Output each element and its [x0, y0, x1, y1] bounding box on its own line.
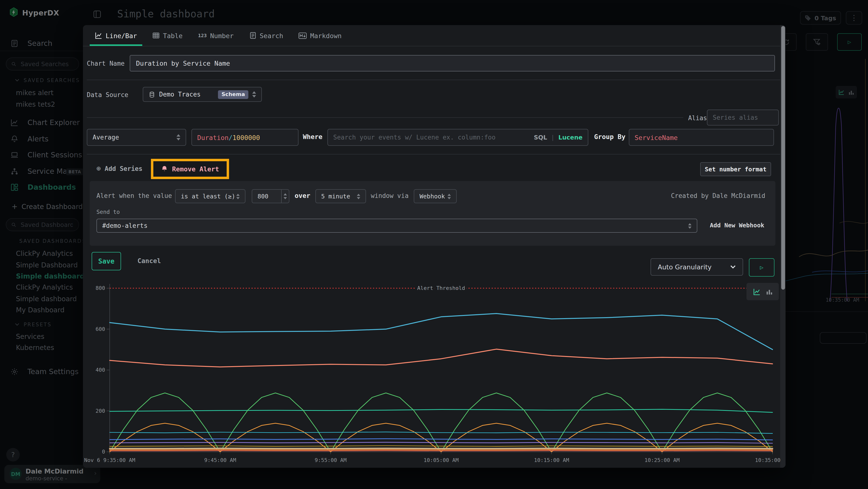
- modal-scrollbar-thumb[interactable]: [781, 26, 785, 290]
- operator-token: /: [228, 134, 232, 141]
- sql-toggle[interactable]: SQL: [534, 134, 547, 141]
- svg-text:200: 200: [95, 408, 105, 414]
- section-divider: [87, 154, 782, 154]
- save-button[interactable]: Save: [92, 252, 121, 270]
- webhook-value: #demo-alerts: [102, 222, 148, 229]
- tab-label: Table: [163, 32, 183, 39]
- alert-channel-select[interactable]: Webhook: [414, 189, 457, 203]
- data-source-label: Data Source: [87, 91, 128, 98]
- window-via-label: window via: [371, 192, 409, 199]
- tab-label: Number: [210, 32, 234, 39]
- set-number-format-button[interactable]: Set number format: [700, 162, 771, 176]
- data-source-select[interactable]: Demo Traces Schema: [143, 87, 262, 102]
- step-up-icon[interactable]: [283, 193, 287, 196]
- tab-number[interactable]: 123 Number: [193, 25, 239, 46]
- svg-text:9:45:00 AM: 9:45:00 AM: [204, 457, 236, 463]
- webhook-select[interactable]: #demo-alerts: [96, 219, 697, 233]
- add-new-webhook-button[interactable]: Add New Webhook: [710, 222, 764, 229]
- svg-text:Alert Threshold: Alert Threshold: [417, 285, 465, 291]
- svg-text:Nov 6 9:35:00 AM: Nov 6 9:35:00 AM: [84, 457, 135, 463]
- chart-name-value: Duration by Service Name: [136, 59, 230, 67]
- updown-chevron-icon: [177, 134, 180, 141]
- chevron-down-icon: [730, 265, 736, 269]
- run-chart-button[interactable]: ▷: [749, 258, 774, 277]
- tabs-divider: [83, 46, 785, 46]
- where-search-input[interactable]: Search your events w/ Lucene ex. column:…: [328, 129, 588, 146]
- chart-name-input[interactable]: Duration by Service Name: [130, 55, 775, 71]
- markdown-icon: [299, 32, 307, 39]
- line-chart-icon: [95, 32, 102, 39]
- schema-badge[interactable]: Schema: [218, 90, 248, 99]
- table-icon: [152, 32, 160, 39]
- alias-divider: [87, 117, 683, 118]
- add-series-button[interactable]: ⊕ Add Series: [96, 164, 143, 173]
- save-label: Save: [98, 257, 114, 265]
- tab-markdown[interactable]: Markdown: [293, 25, 347, 46]
- add-circle-icon: ⊕: [96, 164, 101, 173]
- data-source-value: Demo Traces: [159, 91, 200, 98]
- alert-threshold-stepper[interactable]: 800: [252, 189, 289, 203]
- number-123-icon: 123: [198, 33, 207, 38]
- granularity-value: Auto Granularity: [658, 263, 712, 271]
- send-to-label: Send to: [96, 208, 120, 215]
- field-token: Duration: [197, 134, 228, 141]
- document-icon: [249, 32, 256, 39]
- tab-label: Line/Bar: [105, 32, 137, 39]
- play-icon: ▷: [760, 264, 763, 271]
- updown-chevron-icon: [447, 193, 451, 199]
- svg-text:10:05:00 AM: 10:05:00 AM: [424, 457, 459, 463]
- alert-window-select[interactable]: 5 minute: [315, 189, 366, 203]
- tab-label: Markdown: [310, 32, 342, 39]
- remove-alert-label: Remove Alert: [172, 165, 219, 173]
- lucene-toggle[interactable]: Lucene: [558, 134, 583, 141]
- chart-name-label: Chart Name: [87, 60, 125, 67]
- step-down-icon[interactable]: [283, 197, 287, 199]
- section-divider: [87, 80, 782, 80]
- where-placeholder: Search your events w/ Lucene ex. column:…: [333, 134, 530, 141]
- tab-label: Search: [260, 32, 283, 39]
- alias-label: Alias: [688, 114, 707, 122]
- set-number-format-label: Set number format: [705, 166, 767, 173]
- updown-chevron-icon: [252, 91, 256, 97]
- updown-chevron-icon: [236, 193, 240, 199]
- tab-line-bar[interactable]: Line/Bar: [90, 25, 142, 46]
- channel-value: Webhook: [420, 193, 445, 200]
- pipe-divider: |: [551, 134, 554, 141]
- where-label: Where: [303, 133, 322, 141]
- alert-config-panel: Alert when the value is at least (≥) 800…: [90, 181, 775, 246]
- group-by-value: ServiceName: [634, 134, 678, 141]
- line-chart-icon[interactable]: [753, 288, 760, 295]
- svg-text:0: 0: [102, 449, 105, 455]
- alias-placeholder: Series alias: [713, 114, 758, 121]
- field-expression-input[interactable]: Duration/1000000: [191, 129, 299, 146]
- stepper-buttons[interactable]: [281, 190, 289, 203]
- aggregation-value: Average: [93, 134, 119, 141]
- modal-scrollbar-track[interactable]: [780, 25, 785, 468]
- svg-text:10:25:00 AM: 10:25:00 AM: [645, 457, 680, 463]
- svg-text:10:15:00 AM: 10:15:00 AM: [534, 457, 569, 463]
- svg-text:400: 400: [95, 367, 105, 373]
- tab-search[interactable]: Search: [244, 25, 289, 46]
- group-by-input[interactable]: ServiceName: [629, 129, 774, 146]
- updown-chevron-icon: [357, 193, 360, 199]
- alert-lead-label: Alert when the value: [96, 192, 172, 199]
- granularity-select[interactable]: Auto Granularity: [651, 258, 743, 276]
- created-by-label: Created by Dale McDiarmid: [671, 192, 765, 199]
- database-icon: [149, 91, 155, 98]
- svg-text:9:55:00 AM: 9:55:00 AM: [315, 457, 346, 463]
- editor-tabs: Line/Bar Table 123 Number Search Markdow…: [90, 25, 776, 46]
- alias-input[interactable]: Series alias: [707, 110, 779, 125]
- threshold-value: 800: [252, 193, 268, 200]
- cancel-button[interactable]: Cancel: [137, 257, 161, 264]
- over-label: over: [294, 192, 310, 199]
- add-series-label: Add Series: [105, 165, 143, 172]
- remove-alert-button[interactable]: Remove Alert: [153, 161, 227, 177]
- alert-condition-select[interactable]: is at least (≥): [175, 189, 245, 203]
- bell-icon: [161, 166, 167, 172]
- aggregation-select[interactable]: Average: [87, 129, 186, 146]
- chart-type-toggle[interactable]: [746, 283, 779, 300]
- window-value: 5 minute: [321, 193, 350, 200]
- bar-chart-icon[interactable]: [766, 288, 772, 295]
- condition-value: is at least (≥): [181, 193, 235, 200]
- tab-table[interactable]: Table: [147, 25, 188, 46]
